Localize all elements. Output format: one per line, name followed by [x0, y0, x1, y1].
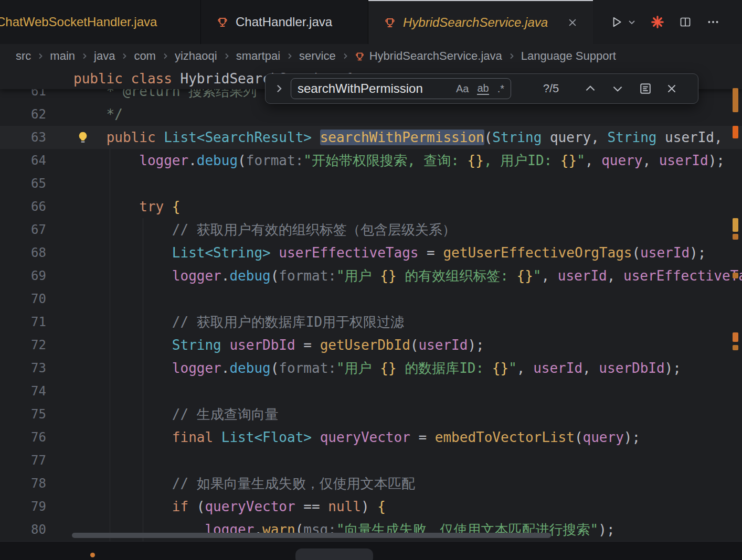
breadcrumb-item[interactable]: Language Support	[521, 49, 616, 63]
scrollbar-mark[interactable]	[733, 234, 738, 240]
line-number[interactable]: 74	[0, 380, 46, 403]
java-class-icon	[217, 16, 228, 28]
line-number[interactable]: 69	[0, 264, 46, 287]
breadcrumb-item[interactable]: service	[299, 49, 336, 63]
code-token	[73, 499, 172, 514]
code-line[interactable]: 63 public List<SearchResult> searchWithP…	[0, 126, 742, 149]
code-line[interactable]: 71 // 获取用户的数据库ID用于权限过滤	[0, 310, 742, 333]
breadcrumb-item[interactable]: smartpai	[236, 49, 280, 63]
code-line[interactable]: 69 logger.debug(format:"用户 {} 的有效组织标签: {…	[0, 264, 742, 287]
code-token: (	[632, 245, 640, 261]
line-number[interactable]: 66	[0, 195, 46, 218]
line-number[interactable]: 67	[0, 218, 46, 241]
code-line[interactable]: 62 */	[0, 103, 742, 126]
chevron-down-icon[interactable]	[628, 18, 636, 26]
scrollbar-mark[interactable]	[733, 332, 738, 342]
code-line[interactable]: 79 if (queryVector == null) {	[0, 495, 742, 518]
scrollbar-mark[interactable]	[733, 126, 738, 138]
code-line[interactable]: 78 // 如果向量生成失败，仅使用文本匹配	[0, 472, 742, 495]
code-token: format:	[279, 268, 336, 284]
line-number[interactable]: 75	[0, 403, 46, 426]
code-token: // 生成查询向量	[73, 406, 279, 422]
scrollbar-mark[interactable]	[733, 273, 738, 278]
find-close-icon[interactable]	[666, 83, 677, 94]
java-class-icon	[384, 17, 396, 28]
code-token	[73, 268, 172, 284]
code-token: userDbId	[229, 337, 295, 353]
line-number[interactable]: 79	[0, 495, 46, 518]
code-line[interactable]: 65	[0, 172, 742, 195]
more-icon[interactable]	[706, 15, 720, 29]
breadcrumb-item[interactable]: src	[16, 49, 31, 63]
code-editor[interactable]: 61 * @return 搜索结果列62 */63 public List<Se…	[0, 68, 742, 541]
code-line[interactable]: 64 logger.debug(format:"开始带权限搜索, 查询: {},…	[0, 149, 742, 172]
line-number[interactable]: 70	[0, 287, 46, 310]
breadcrumb-item[interactable]: main	[50, 49, 75, 63]
code-token: =	[418, 245, 443, 261]
line-number[interactable]: 62	[0, 103, 46, 126]
line-number[interactable]: 80	[0, 518, 46, 541]
line-number[interactable]: 76	[0, 426, 46, 449]
code-line[interactable]: 70	[0, 287, 742, 310]
code-token: userEffectiveTags	[279, 245, 418, 261]
code-token: userId,	[656, 130, 722, 145]
scrollbar-mark[interactable]	[733, 88, 738, 112]
code-token: =	[410, 429, 435, 445]
tab-chathandler[interactable]: ChatHandler.java	[201, 0, 368, 44]
code-line[interactable]: 66 try {	[0, 195, 742, 218]
tab-chatwebsockethandler[interactable]: ChatWebSocketHandler.java	[0, 0, 201, 44]
code-line[interactable]: 76 final List<Float> queryVector = embed…	[0, 426, 742, 449]
breadcrumb-chevron-icon	[121, 52, 128, 60]
find-expand-icon[interactable]	[274, 83, 284, 94]
line-number[interactable]: 63	[0, 126, 46, 149]
regex-toggle[interactable]: .*	[497, 83, 504, 95]
code-line[interactable]: 77	[0, 449, 742, 472]
code-token: debug	[229, 360, 270, 376]
code-token: ,	[542, 268, 558, 284]
code-token: userId	[418, 337, 468, 353]
code-text: */	[73, 103, 123, 126]
code-line[interactable]: 75 // 生成查询向量	[0, 403, 742, 426]
line-number[interactable]: 64	[0, 149, 46, 172]
scrollbar-mark[interactable]	[733, 218, 738, 232]
whole-word-toggle[interactable]: ab	[477, 83, 489, 95]
line-number[interactable]: 73	[0, 357, 46, 380]
editor-toolbar	[593, 0, 742, 44]
breadcrumb-item[interactable]: yizhaoqi	[175, 49, 217, 63]
find-prev-icon[interactable]	[584, 82, 597, 95]
code-token: queryVector	[205, 499, 295, 514]
split-editor-icon[interactable]	[679, 16, 692, 28]
find-next-icon[interactable]	[611, 82, 624, 95]
code-line[interactable]: 68 List<String> userEffectiveTags = getU…	[0, 241, 742, 264]
bottom-popup-edge[interactable]	[295, 548, 373, 560]
find-input[interactable]: searchWithPermission Aa ab .*	[291, 78, 511, 99]
code-token: query	[583, 429, 624, 445]
code-line[interactable]: 74	[0, 380, 742, 403]
breadcrumb-item[interactable]: java	[94, 49, 115, 63]
plugin-star-icon[interactable]	[651, 15, 664, 29]
line-number[interactable]: 78	[0, 472, 46, 495]
line-number[interactable]: 71	[0, 310, 46, 333]
run-icon[interactable]	[610, 15, 623, 29]
line-number[interactable]: 72	[0, 333, 46, 357]
code-line[interactable]: 73 logger.debug(format:"用户 {} 的数据库ID: {}…	[0, 357, 742, 380]
scrollbar-mark[interactable]	[733, 345, 738, 350]
code-token: , 用户ID:	[484, 153, 560, 168]
close-icon[interactable]	[568, 18, 577, 27]
code-token: (	[238, 153, 246, 168]
find-in-selection-icon[interactable]	[638, 81, 653, 96]
breadcrumb-item-label: Language Support	[521, 49, 616, 63]
horizontal-scrollbar[interactable]	[72, 533, 551, 538]
line-number[interactable]: 68	[0, 241, 46, 264]
code-token: );	[624, 429, 640, 445]
code-line[interactable]: 67 // 获取用户有效的组织标签（包含层级关系）	[0, 218, 742, 241]
match-case-toggle[interactable]: Aa	[456, 83, 469, 95]
line-number[interactable]: 77	[0, 449, 46, 472]
breadcrumb-item[interactable]: com	[134, 49, 156, 63]
code-line[interactable]: 72 String userDbId = getUserDbId(userId)…	[0, 333, 742, 357]
tab-hybridsearchservice-active[interactable]: HybridSearchService.java	[368, 0, 593, 44]
breadcrumb-item[interactable]: HybridSearchService.java	[355, 49, 502, 63]
line-number[interactable]: 65	[0, 172, 46, 195]
code-token: {}	[492, 360, 508, 376]
scrollbar-marker-strip[interactable]	[718, 68, 742, 541]
